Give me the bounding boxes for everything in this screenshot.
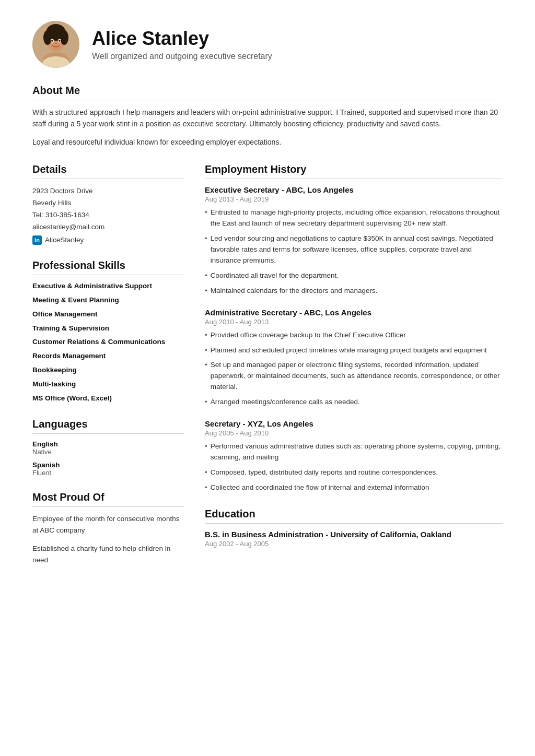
right-column: Employment History Executive Secretary -…: [205, 163, 503, 580]
language-1-level: Fluent: [32, 469, 184, 477]
svg-point-4: [60, 30, 68, 45]
job-0-bullets: Entrusted to manage high-priority projec…: [205, 207, 503, 296]
edu-0: B.S. in Business Administration - Univer…: [205, 530, 503, 548]
language-1: Spanish Fluent: [32, 461, 184, 477]
resume-header: Alice Stanley Well organized and outgoin…: [32, 21, 503, 68]
job-2-title: Secretary - XYZ, Los Angeles: [205, 419, 503, 428]
skill-2: Office Management: [32, 310, 184, 320]
skill-4: Customer Relations & Communications: [32, 337, 184, 347]
job-1-dates: Aug 2010 - Aug 2013: [205, 318, 503, 326]
job-2-bullet-2: Collected and coordinated the flow of in…: [205, 482, 503, 493]
education-section: Education B.S. in Business Administratio…: [205, 508, 503, 548]
skill-1: Meeting & Event Planning: [32, 296, 184, 305]
skill-8: MS Office (Word, Excel): [32, 394, 184, 404]
candidate-name: Alice Stanley: [92, 28, 272, 49]
skill-5: Records Management: [32, 351, 184, 361]
edu-0-dates: Aug 2002 - Aug 2005: [205, 540, 503, 548]
proud-section: Most Proud Of Employee of the month for …: [32, 491, 184, 565]
job-1: Administrative Secretary - ABC, Los Ange…: [205, 308, 503, 408]
avatar: [32, 21, 79, 68]
skills-title: Professional Skills: [32, 259, 184, 275]
svg-point-11: [55, 43, 57, 44]
proud-1: Established a charity fund to help child…: [32, 543, 184, 565]
job-1-bullet-3: Arranged meetings/conference calls as ne…: [205, 397, 503, 408]
proud-0: Employee of the month for consecutive mo…: [32, 513, 184, 536]
proud-title: Most Proud Of: [32, 491, 184, 507]
svg-point-9: [51, 40, 53, 42]
job-0-title: Executive Secretary - ABC, Los Angeles: [205, 185, 503, 194]
job-1-title: Administrative Secretary - ABC, Los Ange…: [205, 308, 503, 317]
header-text: Alice Stanley Well organized and outgoin…: [92, 28, 272, 61]
about-para-2: Loyal and resourceful individual known f…: [32, 136, 503, 148]
job-2-dates: Aug 2005 - Aug 2010: [205, 429, 503, 437]
skills-section: Professional Skills Executive & Administ…: [32, 259, 184, 404]
job-2-bullet-1: Composed, typed, distributed daily repor…: [205, 467, 503, 478]
job-0-dates: Aug 2013 - Aug 2019: [205, 195, 503, 203]
details-title: Details: [32, 163, 184, 179]
job-1-bullet-1: Planned and scheduled project timelines …: [205, 345, 503, 356]
language-0: English Native: [32, 440, 184, 456]
job-1-bullet-2: Set up and managed paper or electronic f…: [205, 360, 503, 393]
linkedin-row: in AliceStanley: [32, 235, 184, 245]
about-para-1: With a structured approach I help manage…: [32, 107, 503, 130]
job-1-bullet-0: Provided office coverage backup to the C…: [205, 330, 503, 341]
language-0-name: English: [32, 440, 184, 448]
job-0-bullet-0: Entrusted to manage high-priority projec…: [205, 207, 503, 229]
skill-3: Training & Supervision: [32, 324, 184, 334]
languages-title: Languages: [32, 418, 184, 434]
address-line2: Beverly Hills: [32, 197, 184, 209]
language-0-level: Native: [32, 448, 184, 456]
language-1-name: Spanish: [32, 461, 184, 469]
job-0-bullet-3: Maintained calendars for the directors a…: [205, 286, 503, 297]
languages-section: Languages English Native Spanish Fluent: [32, 418, 184, 477]
job-2-bullet-0: Performed various administrative duties …: [205, 441, 503, 463]
linkedin-handle: AliceStanley: [45, 236, 84, 244]
address-line1: 2923 Doctors Drive: [32, 185, 184, 197]
candidate-subtitle: Well organized and outgoing executive se…: [92, 52, 272, 61]
skill-0: Executive & Administrative Support: [32, 281, 184, 291]
education-title: Education: [205, 508, 503, 524]
employment-section: Employment History Executive Secretary -…: [205, 163, 503, 493]
employment-title: Employment History: [205, 163, 503, 179]
phone: Tel: 310-385-1634: [32, 209, 184, 221]
details-section: Details 2923 Doctors Drive Beverly Hills…: [32, 163, 184, 245]
about-title: About Me: [32, 85, 503, 100]
job-2: Secretary - XYZ, Los Angeles Aug 2005 - …: [205, 419, 503, 493]
edu-0-degree: B.S. in Business Administration - Univer…: [205, 530, 503, 539]
two-column-layout: Details 2923 Doctors Drive Beverly Hills…: [32, 163, 503, 580]
linkedin-icon: in: [32, 235, 42, 245]
job-0-bullet-2: Coordinated all travel for the departmen…: [205, 270, 503, 281]
about-section: About Me With a structured approach I he…: [32, 85, 503, 148]
skill-6: Bookkeeping: [32, 365, 184, 375]
svg-point-3: [43, 30, 52, 45]
email: alicestanley@mail.com: [32, 221, 184, 233]
job-1-bullets: Provided office coverage backup to the C…: [205, 330, 503, 408]
job-0: Executive Secretary - ABC, Los Angeles A…: [205, 185, 503, 296]
job-2-bullets: Performed various administrative duties …: [205, 441, 503, 493]
left-column: Details 2923 Doctors Drive Beverly Hills…: [32, 163, 184, 580]
job-0-bullet-1: Led vendor sourcing and negotiations to …: [205, 233, 503, 266]
skill-7: Multi-tasking: [32, 380, 184, 389]
svg-point-10: [59, 40, 61, 42]
